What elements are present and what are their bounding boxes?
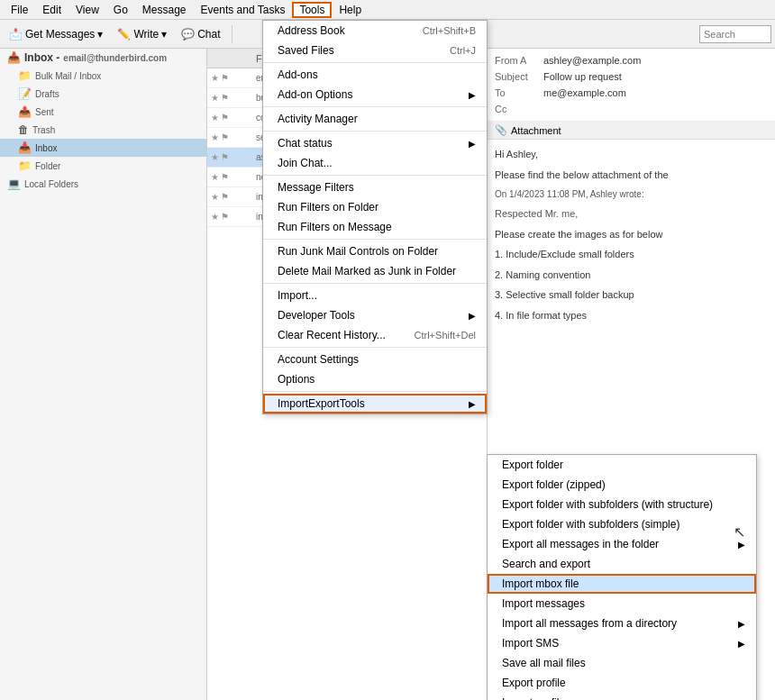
iet-export-with-subfolders-structure[interactable]: Export folder with subfolders (with stru… xyxy=(488,495,756,514)
body-line: Please find the below attachment of the xyxy=(495,168,768,183)
menu-file[interactable]: File xyxy=(4,2,35,18)
menu-go[interactable]: Go xyxy=(106,2,135,18)
menu-item-delete-mail-junk[interactable]: Delete Mail Marked as Junk in Folder xyxy=(263,261,487,281)
iet-export-folder[interactable]: Export folder xyxy=(488,455,756,475)
import-export-tools-label: ImportExportTools xyxy=(278,397,365,410)
iet-import-sms[interactable]: Import SMS ▶ xyxy=(488,633,756,653)
iet-search-export[interactable]: Search and export xyxy=(488,554,756,574)
menu-item-import[interactable]: Import... xyxy=(263,286,487,305)
local-folders-label: Local Folders xyxy=(24,179,78,189)
menu-item-activity-manager[interactable]: Activity Manager xyxy=(263,109,487,129)
iet-export-subfolders-structure-label: Export folder with subfolders (with stru… xyxy=(502,498,713,511)
menu-divider-1 xyxy=(263,62,487,63)
sidebar-item-inbox2[interactable]: 📥 Inbox xyxy=(0,139,206,157)
developer-tools-arrow: ▶ xyxy=(469,311,476,321)
iet-import-messages-label: Import messages xyxy=(502,597,585,610)
sidebar-item-folder1[interactable]: 📁 Folder xyxy=(0,157,206,175)
join-chat-label: Join Chat... xyxy=(278,157,333,169)
sidebar-item-drafts[interactable]: 📝 Drafts xyxy=(0,85,206,103)
sidebar: 📥 Inbox - email@thunderbird.com 📁 Bulk M… xyxy=(0,49,207,700)
from-value: ashley@example.com xyxy=(543,52,641,68)
row-icons: ★⚑ xyxy=(211,93,256,103)
row-icons: ★⚑ xyxy=(211,132,256,142)
app-window: File Edit View Go Message Events and Tas… xyxy=(0,0,775,700)
write-button[interactable]: ✏️ Write ▾ xyxy=(112,25,172,43)
iet-import-profile-label: Import profile xyxy=(502,696,565,700)
iet-import-all-messages-dir[interactable]: Import all messages from a directory ▶ xyxy=(488,614,756,633)
address-book-shortcut: Ctrl+Shift+B xyxy=(423,25,476,36)
folder1-label: Folder xyxy=(35,161,60,171)
sidebar-item-sent[interactable]: 📤 Sent xyxy=(0,103,206,121)
menu-help[interactable]: Help xyxy=(332,2,369,18)
menu-item-options[interactable]: Options xyxy=(263,369,487,389)
menu-events[interactable]: Events and Tasks xyxy=(194,2,293,18)
account-settings-label: Account Settings xyxy=(278,353,359,366)
menu-divider-7 xyxy=(263,347,487,348)
iet-export-all-messages[interactable]: Export all messages in the folder ▶ xyxy=(488,534,756,554)
trash-icon: 🗑 xyxy=(18,123,29,136)
inbox2-label: Inbox xyxy=(35,143,57,153)
menu-item-run-filters-folder[interactable]: Run Filters on Folder xyxy=(263,197,487,217)
run-filters-folder-label: Run Filters on Folder xyxy=(278,201,378,214)
menu-item-run-filters-message[interactable]: Run Filters on Message xyxy=(263,217,487,237)
chat-button[interactable]: 💬 Chat xyxy=(176,25,225,43)
iet-export-profile[interactable]: Export profile xyxy=(488,673,756,693)
sidebar-item-bulk[interactable]: 📁 Bulk Mail / Inbox xyxy=(0,67,206,85)
run-filters-message-label: Run Filters on Message xyxy=(278,221,392,233)
menu-message[interactable]: Message xyxy=(135,2,194,18)
write-icon: ✏️ xyxy=(117,28,131,41)
iet-import-sms-label: Import SMS xyxy=(502,637,559,650)
folder1-icon: 📁 xyxy=(18,159,32,172)
iet-export-profile-label: Export profile xyxy=(502,677,566,689)
menu-tools[interactable]: Tools xyxy=(292,2,332,18)
iet-import-profile[interactable]: Import profile xyxy=(488,693,756,700)
sidebar-item-inbox[interactable]: 📥 Inbox - email@thunderbird.com xyxy=(0,49,206,67)
body-line: 1. Include/Exclude small folders xyxy=(495,247,768,262)
menu-item-chat-status[interactable]: Chat status ▶ xyxy=(263,133,487,153)
menu-item-join-chat[interactable]: Join Chat... xyxy=(263,153,487,173)
iet-import-mbox-file[interactable]: Import mbox file xyxy=(488,574,756,594)
menu-item-account-settings[interactable]: Account Settings xyxy=(263,350,487,369)
menu-edit[interactable]: Edit xyxy=(35,2,68,18)
search-input[interactable] xyxy=(699,25,771,43)
bulk-label: Bulk Mail / Inbox xyxy=(35,71,101,81)
row-icons: ★⚑ xyxy=(211,113,256,123)
subject-value: Follow up request xyxy=(543,68,622,85)
iet-export-all-messages-label: Export all messages in the folder xyxy=(502,538,659,550)
menu-item-saved-files[interactable]: Saved Files Ctrl+J xyxy=(263,41,487,60)
import-export-submenu: Export folder Export folder (zipped) Exp… xyxy=(487,454,757,700)
get-messages-dropdown-icon[interactable]: ▾ xyxy=(97,28,103,41)
menu-divider-3 xyxy=(263,131,487,132)
menu-item-address-book[interactable]: Address Book Ctrl+Shift+B xyxy=(263,21,487,41)
menu-bar: File Edit View Go Message Events and Tas… xyxy=(0,0,775,20)
sidebar-item-trash[interactable]: 🗑 Trash xyxy=(0,121,206,139)
write-dropdown-icon[interactable]: ▾ xyxy=(161,28,167,41)
iet-save-all-mail-files-label: Save all mail files xyxy=(502,657,586,669)
menu-item-add-ons[interactable]: Add-ons xyxy=(263,65,487,85)
iet-export-folder-label: Export folder xyxy=(502,459,563,471)
sent-icon: 📤 xyxy=(18,105,32,118)
get-messages-button[interactable]: 📩 Get Messages ▾ xyxy=(4,25,108,43)
menu-item-message-filters[interactable]: Message Filters xyxy=(263,177,487,197)
run-junk-mail-label: Run Junk Mail Controls on Folder xyxy=(278,245,438,258)
toolbar-search xyxy=(699,25,771,43)
delete-mail-junk-label: Delete Mail Marked as Junk in Folder xyxy=(278,265,456,277)
get-messages-icon: 📩 xyxy=(9,28,23,41)
menu-item-run-junk-mail[interactable]: Run Junk Mail Controls on Folder xyxy=(263,241,487,261)
iet-export-folder-zipped[interactable]: Export folder (zipped) xyxy=(488,475,756,495)
iet-import-all-messages-dir-arrow: ▶ xyxy=(738,619,745,629)
row-icons: ★⚑ xyxy=(211,73,256,83)
sidebar-item-local-folders[interactable]: 💻 Local Folders xyxy=(0,175,206,193)
menu-item-add-on-options[interactable]: Add-on Options ▶ xyxy=(263,85,487,105)
menu-item-import-export-tools[interactable]: ImportExportTools ▶ xyxy=(263,394,487,414)
menu-view[interactable]: View xyxy=(68,2,106,18)
iet-export-with-subfolders-simple[interactable]: Export folder with subfolders (simple) xyxy=(488,514,756,534)
menu-item-developer-tools[interactable]: Developer Tools ▶ xyxy=(263,305,487,325)
clear-recent-history-shortcut: Ctrl+Shift+Del xyxy=(415,330,476,341)
iet-save-all-mail-files[interactable]: Save all mail files xyxy=(488,653,756,673)
get-messages-label: Get Messages xyxy=(25,28,95,41)
body-line: Respected Mr. me, xyxy=(495,206,768,222)
iet-import-messages[interactable]: Import messages xyxy=(488,594,756,614)
menu-item-clear-recent-history[interactable]: Clear Recent History... Ctrl+Shift+Del xyxy=(263,325,487,345)
menu-divider-2 xyxy=(263,106,487,107)
